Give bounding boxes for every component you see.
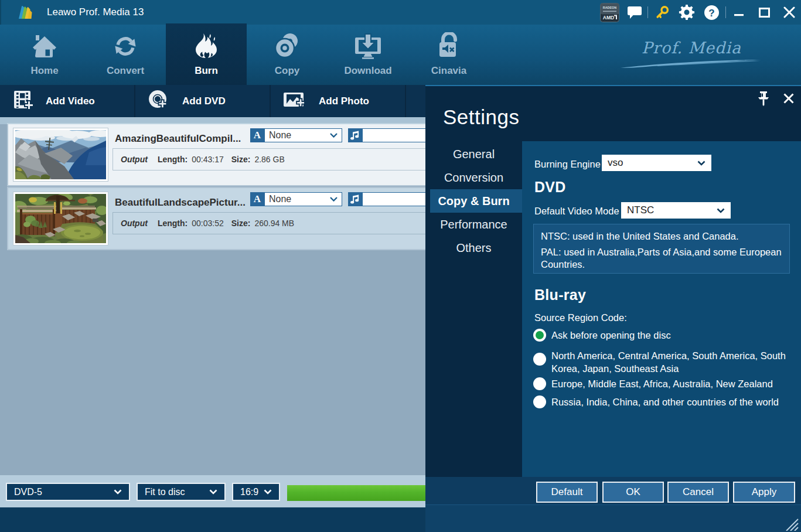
add-video-button[interactable]: Add Video [0,85,135,117]
burning-engine-label: Burning Engine [534,159,601,170]
main-nav: Home Convert [0,25,801,85]
subtitle-a-icon: A [250,128,264,142]
titlebar: Leawo Prof. Media 13 RADEON AMD [0,0,801,25]
video-mode-label: Default Video Mode [534,206,619,217]
copy-disc-icon [247,32,328,60]
tab-others[interactable]: Others [425,236,522,260]
chevron-down-icon [330,133,338,138]
video-mode-select[interactable]: NTSC [621,202,731,219]
chevron-down-icon [717,208,725,213]
video-mode-infobox: NTSC: used in the United States and Cana… [533,224,790,274]
close-icon[interactable] [779,0,799,25]
help-icon[interactable]: ? [701,0,721,25]
svg-text:RADEON: RADEON [602,6,616,9]
resize-grip-icon[interactable] [785,518,799,531]
add-video-icon [12,90,33,113]
tab-copy-burn[interactable]: Copy & Burn [430,189,522,213]
audio-note-icon [348,128,362,142]
audio-note-icon [348,192,362,206]
panel-button-bar: Default OK Cancel Apply [425,477,801,506]
chevron-down-icon [264,489,272,495]
leawo-logo [18,5,35,22]
nav-tab-cinavia[interactable]: Cinavia [408,23,489,85]
add-photo-label: Add Photo [319,96,369,107]
radio-unselected[interactable] [533,377,546,390]
svg-text:?: ? [708,8,714,19]
add-photo-icon [283,90,306,113]
region-code-label: Source Region Code: [534,312,627,323]
region-option-row[interactable]: Europe, Middle East, Africa, Australia, … [533,377,773,390]
subtitle-a-icon: A [250,192,264,206]
radio-selected[interactable] [533,329,546,342]
pin-icon[interactable] [756,91,771,106]
amd-badge: RADEON AMD [599,0,619,25]
ok-button[interactable]: OK [602,482,664,503]
aspect-ratio-select[interactable]: 16:9 [232,483,280,501]
app-window: Leawo Prof. Media 13 RADEON AMD [0,0,801,532]
cancel-button[interactable]: Cancel [667,482,729,503]
brand-script: Prof. Media [618,39,765,72]
app-title: Leawo Prof. Media 13 [47,0,144,25]
chevron-down-icon [330,197,338,202]
burn-flame-icon [166,32,247,60]
nav-tab-convert[interactable]: Convert [85,23,166,85]
add-dvd-icon [148,89,170,114]
video-thumbnail-mountain [13,128,108,182]
media-title: BeautifulLandscapePictur... [115,197,246,209]
add-video-label: Add Video [46,96,95,107]
burning-engine-select[interactable]: vso [602,155,711,171]
feedback-bubble-icon[interactable] [625,0,645,25]
settings-panel: Settings General Conversion Copy & Burn … [425,85,801,504]
titlebar-separator [647,6,648,18]
panel-footer [425,504,801,532]
home-icon [4,32,85,60]
settings-title: Settings [443,105,519,129]
radio-unselected[interactable] [533,395,546,408]
subtitle-combo[interactable]: A None [250,128,342,142]
region-option-row[interactable]: Russia, India, China, and other countrie… [533,395,779,408]
region-option-row[interactable]: Ask before opening the disc [533,329,671,342]
subtitle-combo[interactable]: A None [250,192,342,206]
minimize-icon[interactable] [729,0,749,25]
fit-mode-select[interactable]: Fit to disc [137,483,226,501]
titlebar-separator [725,6,726,18]
settings-content: Burning Engine vso DVD Default Video Mod… [522,141,801,477]
register-key-icon[interactable] [652,0,672,25]
brand-swoosh [618,57,765,70]
cinavia-lock-icon [408,32,489,60]
download-icon [328,32,408,60]
chevron-down-icon [209,489,217,495]
tab-conversion[interactable]: Conversion [425,166,522,189]
region-option-row[interactable]: North America, Central America, South Am… [533,349,793,375]
dvd-heading: DVD [534,179,566,196]
subtitle-value: None [269,194,291,204]
media-title: AmazingBeautifulCompil... [115,133,241,145]
default-button[interactable]: Default [536,482,598,503]
nav-tab-burn[interactable]: Burn [166,23,247,85]
settings-tabs: General Conversion Copy & Burn Performan… [425,142,522,260]
tab-general[interactable]: General [425,142,522,166]
nav-tab-download[interactable]: Download [328,23,408,85]
radio-unselected[interactable] [533,353,546,366]
apply-button[interactable]: Apply [733,482,795,503]
convert-icon [85,32,166,60]
nav-tab-home[interactable]: Home [4,23,85,85]
svg-text:AMD: AMD [602,15,614,21]
tab-performance[interactable]: Performance [425,213,522,236]
chevron-down-icon [114,489,122,495]
bluray-heading: Blu-ray [534,287,586,303]
add-dvd-label: Add DVD [182,96,226,107]
panel-close-icon[interactable] [781,91,796,106]
disc-type-select[interactable]: DVD-5 [6,483,130,501]
video-thumbnail-garden [13,192,108,245]
settings-gear-icon[interactable] [677,0,697,25]
nav-tab-copy[interactable]: Copy [247,23,328,85]
add-photo-button[interactable]: Add Photo [271,85,406,117]
subtitle-value: None [269,130,291,141]
add-dvd-button[interactable]: Add DVD [135,85,271,117]
maximize-icon[interactable] [754,0,774,25]
chevron-down-icon [697,161,705,166]
